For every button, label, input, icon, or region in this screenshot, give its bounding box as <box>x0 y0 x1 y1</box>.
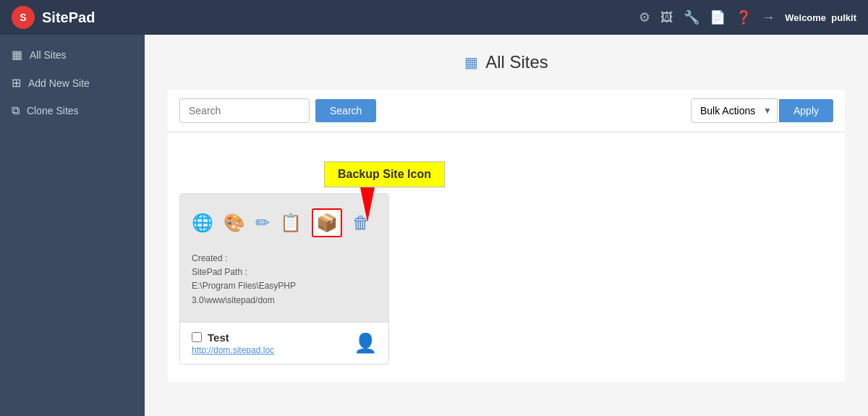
site-bottom-left: Test http://dom.sitepad.loc <box>192 331 274 355</box>
site-name: Test <box>208 331 229 344</box>
site-checkbox[interactable] <box>192 332 202 342</box>
bulk-actions-select[interactable]: Bulk Actions <box>691 98 778 123</box>
sidebar-item-all-sites[interactable]: ▦ All Sites <box>0 41 145 69</box>
search-input[interactable] <box>179 98 310 123</box>
content-area: Backup Site Icon 🌐 🎨 ✏ 📋 📦 <box>168 132 845 382</box>
sidebar-item-label-add-new-site: Add New Site <box>28 77 90 89</box>
clone-sites-icon: ⧉ <box>12 104 20 117</box>
username: pulkit <box>831 12 856 23</box>
sidebar-item-clone-sites[interactable]: ⧉ Clone Sites <box>0 97 145 124</box>
site-info: Created : SitePad Path : E:\Program File… <box>192 252 377 307</box>
help-icon[interactable]: ❓ <box>736 9 752 25</box>
toolbar-right: Bulk Actions ▼ Apply <box>691 98 833 123</box>
logo-text: SitePad <box>42 9 95 26</box>
clone-icon[interactable]: 📋 <box>280 213 302 233</box>
header: S SitePad ⚙ 🖼 🔧 📄 ❓ → Welcome pulkit <box>0 0 868 35</box>
sidebar-item-add-new-site[interactable]: ⊞ Add New Site <box>0 69 145 97</box>
backup-icon[interactable]: 📦 <box>312 208 342 237</box>
user-icon[interactable]: 👤 <box>354 332 377 355</box>
edit-icon[interactable]: ✏ <box>255 213 270 233</box>
main-content: ▦ All Sites Search Bulk Actions ▼ Apply <box>145 35 868 416</box>
bulk-actions-wrapper: Bulk Actions ▼ <box>691 98 778 123</box>
annotation-container: Backup Site Icon 🌐 🎨 ✏ 📋 📦 <box>179 161 833 365</box>
site-card-top: 🌐 🎨 ✏ 📋 📦 🗑 Created : SitePad Path : E:\… <box>180 194 388 322</box>
all-sites-icon: ▦ <box>12 48 22 61</box>
logout-icon[interactable]: → <box>762 10 775 25</box>
settings-icon[interactable]: ⚙ <box>639 9 650 25</box>
tools-icon[interactable]: 🔧 <box>684 9 699 25</box>
document-icon[interactable]: 📄 <box>710 9 726 25</box>
tooltip-box: Backup Site Icon <box>324 161 445 187</box>
site-card: 🌐 🎨 ✏ 📋 📦 🗑 Created : SitePad Path : E:\… <box>179 193 389 365</box>
site-card-bottom: Test http://dom.sitepad.loc 👤 <box>180 322 388 364</box>
header-right: ⚙ 🖼 🔧 📄 ❓ → Welcome pulkit <box>639 9 856 25</box>
apply-button[interactable]: Apply <box>779 99 833 122</box>
image-icon[interactable]: 🖼 <box>660 10 673 25</box>
tooltip-arrow-icon <box>360 187 375 222</box>
site-icons-row: 🌐 🎨 ✏ 📋 📦 🗑 <box>192 208 377 237</box>
site-url[interactable]: http://dom.sitepad.loc <box>192 345 274 355</box>
toolbar-left: Search <box>179 98 376 123</box>
search-button[interactable]: Search <box>315 99 376 122</box>
header-left: S SitePad <box>12 6 95 29</box>
globe-icon[interactable]: 🌐 <box>192 213 213 233</box>
site-created-label: Created : <box>192 252 377 266</box>
site-path-label: SitePad Path : <box>192 266 377 279</box>
add-site-icon: ⊞ <box>12 76 21 90</box>
sidebar: ▦ All Sites ⊞ Add New Site ⧉ Clone Sites <box>0 35 145 416</box>
layout: ▦ All Sites ⊞ Add New Site ⧉ Clone Sites… <box>0 35 868 416</box>
page-title-row: ▦ All Sites <box>168 52 845 72</box>
logo-icon: S <box>12 6 35 29</box>
site-path-value: E:\Program Files\EasyPHP 3.0\www\sitepad… <box>192 279 377 307</box>
sidebar-item-label-all-sites: All Sites <box>30 49 67 61</box>
toolbar: Search Bulk Actions ▼ Apply <box>168 90 845 132</box>
logo-initial: S <box>20 12 26 23</box>
palette-icon[interactable]: 🎨 <box>224 213 245 233</box>
site-checkbox-label[interactable]: Test <box>192 331 274 344</box>
welcome-text: Welcome pulkit <box>785 12 856 23</box>
tooltip-annotation: Backup Site Icon <box>324 161 445 187</box>
sidebar-item-label-clone-sites: Clone Sites <box>27 105 79 116</box>
page-title-icon: ▦ <box>464 54 478 71</box>
page-title: All Sites <box>485 52 548 72</box>
